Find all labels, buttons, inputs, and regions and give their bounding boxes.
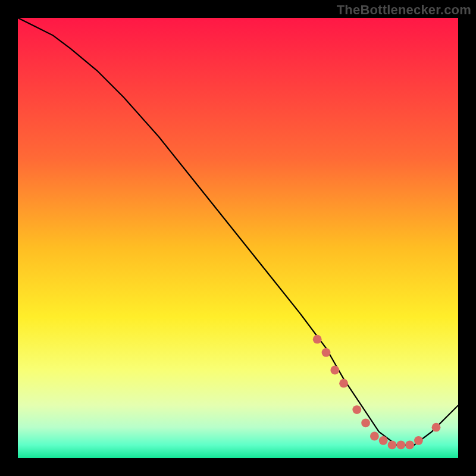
plot-area	[18, 18, 458, 458]
marker-dot	[388, 440, 397, 449]
marker-dot	[339, 379, 348, 388]
marker-dot	[405, 440, 414, 449]
gradient-background	[18, 18, 458, 458]
marker-dot	[361, 418, 370, 427]
marker-dot	[322, 348, 331, 357]
marker-dot	[352, 405, 361, 414]
marker-dot	[432, 423, 441, 432]
chart-svg	[18, 18, 458, 458]
marker-dot	[414, 436, 423, 445]
marker-dot	[396, 440, 405, 449]
chart-frame: TheBottlenecker.com	[0, 0, 476, 476]
marker-dot	[370, 432, 379, 441]
marker-dot	[313, 335, 322, 344]
marker-dot	[330, 366, 339, 375]
watermark-text: TheBottlenecker.com	[337, 2, 471, 18]
marker-dot	[379, 436, 388, 445]
